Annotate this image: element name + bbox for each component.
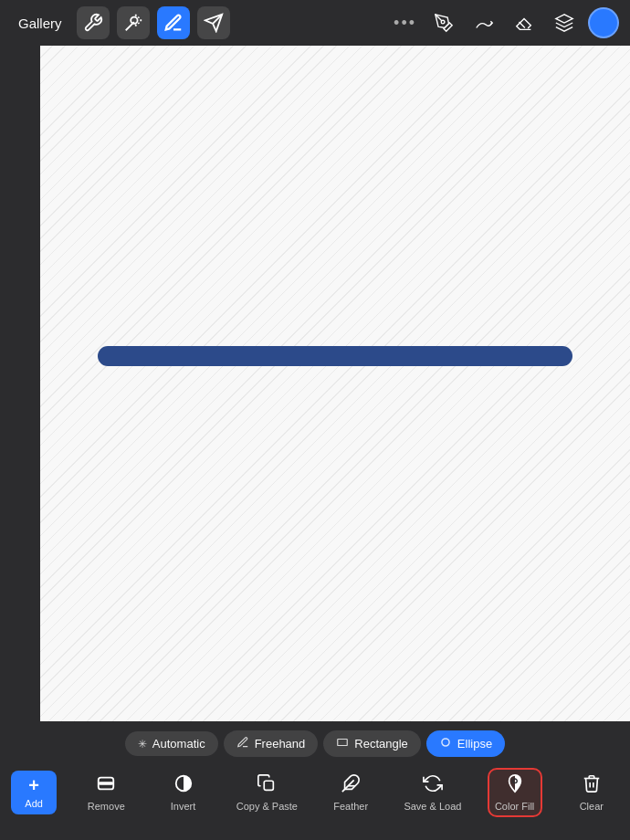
svg-rect-10 [265,781,274,790]
svg-line-0 [125,22,133,30]
wand-icon-button[interactable] [117,6,150,39]
toolbar-right: ••• [390,6,619,39]
feather-tool-button[interactable]: Feather [323,768,378,817]
svg-point-3 [441,20,445,24]
copy-paste-tool-button[interactable]: Copy & Paste [233,768,301,817]
layers-button[interactable] [548,6,581,39]
more-options-button[interactable]: ••• [390,10,420,37]
add-tool-button[interactable]: + Add [11,771,57,814]
clear-icon [582,773,602,797]
eraser-tool-button[interactable] [508,6,541,39]
color-picker-button[interactable] [588,7,619,38]
smudge-tool-button[interactable] [467,6,500,39]
color-fill-tool-button[interactable]: Color Fill [488,768,542,817]
canvas-background [40,46,630,721]
svg-marker-4 [556,15,572,23]
remove-icon [96,773,116,797]
svg-point-6 [442,739,449,746]
gallery-button[interactable]: Gallery [11,12,69,35]
brush-tool-button[interactable] [427,6,460,39]
add-icon: + [28,776,39,794]
send-icon-button[interactable] [197,6,230,39]
ellipse-selection-button[interactable]: Ellipse [426,730,505,757]
save-load-tool-button[interactable]: Save & Load [400,768,465,817]
save-load-icon [423,773,443,797]
copy-paste-icon [257,773,277,797]
invert-icon [173,773,194,797]
canvas-area[interactable] [40,46,630,721]
wrench-icon-button[interactable] [77,6,110,39]
color-fill-icon [505,773,525,797]
ellipse-icon [439,736,452,751]
automatic-selection-button[interactable]: ✳ Automatic [125,731,218,756]
feather-icon [341,773,361,797]
remove-tool-button[interactable]: Remove [79,768,133,817]
freehand-selection-button[interactable]: Freehand [224,730,319,757]
left-sidebar [0,46,40,721]
rectangle-icon [336,736,349,751]
bottom-tools-row: + Add Remove Invert [0,764,630,828]
automatic-icon: ✳ [138,738,147,751]
clear-tool-button[interactable]: Clear [564,768,619,817]
top-toolbar: Gallery ••• [0,0,630,46]
svg-rect-5 [338,740,348,746]
svg-rect-7 [99,782,114,785]
drawn-line [98,346,572,366]
freehand-icon [236,736,249,751]
sketch-icon-button[interactable] [157,6,190,39]
selection-type-row: ✳ Automatic Freehand Rectangle [125,721,505,764]
invert-tool-button[interactable]: Invert [156,768,211,817]
bottom-panel: ✳ Automatic Freehand Rectangle [0,721,630,840]
rectangle-selection-button[interactable]: Rectangle [323,730,421,757]
